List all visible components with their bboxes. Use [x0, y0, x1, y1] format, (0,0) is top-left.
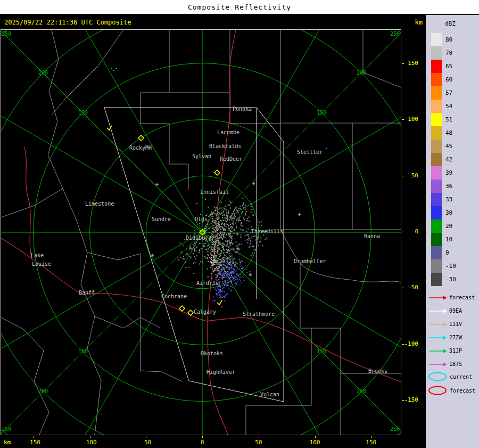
dbz-scale-row: 36	[426, 180, 479, 193]
radar-echo	[213, 260, 214, 262]
radar-echo	[196, 242, 197, 243]
radar-echo	[221, 224, 222, 225]
radar-echo	[228, 272, 229, 273]
radar-echo	[223, 211, 224, 213]
radar-echo	[225, 241, 226, 242]
radar-echo	[237, 234, 238, 234]
radar-echo	[219, 224, 220, 225]
radar-echo	[213, 227, 214, 229]
radar-echo	[230, 262, 231, 263]
dbz-scale-row: 54	[426, 100, 479, 113]
radar-echo	[232, 257, 233, 258]
radar-echo	[241, 234, 242, 235]
legend-panel: dBZ 807065605754514845423936333020100-10…	[426, 15, 479, 448]
radar-echo	[217, 252, 218, 254]
radar-echo	[232, 218, 233, 219]
radar-echo	[221, 226, 222, 227]
radar-echo	[222, 217, 223, 218]
radar-echo	[235, 266, 236, 266]
radar-echo	[220, 229, 221, 230]
radar-echo	[228, 210, 229, 211]
radar-echo	[236, 227, 237, 228]
radar-echo	[225, 295, 226, 296]
radar-echo	[234, 270, 235, 271]
radar-echo	[222, 215, 223, 216]
radar-echo	[246, 269, 247, 270]
radar-echo	[217, 276, 218, 277]
radar-echo	[233, 278, 234, 279]
radar-echo	[242, 276, 243, 277]
radar-echo	[219, 274, 220, 275]
radar-echo	[224, 229, 225, 230]
dbz-value-label: 70	[445, 46, 452, 60]
radar-echo	[218, 238, 219, 239]
radar-echo	[208, 224, 209, 225]
dbz-color-scale: 807065605754514845423936333020100-10-30	[426, 33, 479, 286]
radar-echo	[224, 291, 225, 292]
range-label: 250	[390, 426, 400, 432]
radar-echo	[193, 263, 194, 264]
radar-echo	[214, 264, 216, 265]
radar-echo	[240, 229, 241, 230]
radar-echo	[234, 214, 235, 215]
radar-echo	[212, 300, 213, 302]
radar-echo	[241, 244, 242, 245]
radar-echo	[219, 281, 220, 282]
radar-echo	[219, 246, 219, 246]
dbz-swatch	[431, 140, 442, 153]
radar-echo	[233, 259, 234, 260]
dbz-value-label: 20	[445, 219, 452, 233]
radar-echo	[241, 260, 242, 262]
range-label: 150	[317, 110, 326, 116]
radar-echo	[234, 280, 235, 281]
radar-echo	[231, 242, 232, 242]
radar-echo	[205, 249, 207, 250]
radar-echo	[221, 235, 222, 236]
radar-echo	[209, 228, 210, 229]
radar-echo	[180, 252, 181, 253]
radar-echo	[189, 248, 189, 249]
radar-echo	[223, 220, 224, 221]
radar-echo	[238, 245, 239, 246]
radar-echo	[194, 245, 195, 246]
radar-echo	[230, 256, 231, 257]
radar-echo	[210, 248, 211, 248]
radar-echo	[244, 280, 245, 281]
radar-echo	[226, 214, 227, 215]
city-label: RockyMH	[129, 145, 152, 151]
radar-echo	[218, 292, 219, 294]
radar-echo	[233, 271, 234, 272]
bottom-axis-tick	[259, 436, 259, 438]
radar-echo	[221, 232, 222, 233]
radar-echo	[218, 234, 219, 235]
radar-echo	[227, 262, 228, 263]
radar-echo	[253, 248, 254, 248]
map-boundary	[246, 328, 311, 435]
radar-site-marker[interactable]	[214, 170, 220, 175]
radar-echo	[235, 208, 236, 209]
radar-echo	[238, 208, 240, 209]
radar-echo	[254, 236, 255, 237]
radar-echo	[194, 241, 195, 242]
radar-echo	[220, 226, 221, 227]
radar-map-canvas[interactable]: 150200250150200250150200250150200250Pono…	[1, 30, 401, 435]
radar-echo	[222, 242, 224, 243]
radar-echo	[230, 281, 232, 282]
radar-echo	[225, 265, 226, 266]
radar-echo	[236, 207, 237, 208]
radar-echo	[212, 251, 213, 252]
radar-echo	[219, 267, 220, 268]
radar-echo	[190, 246, 191, 247]
map-boundary	[52, 30, 123, 115]
radar-echo	[193, 273, 194, 274]
right-axis-tick	[402, 400, 404, 401]
radar-echo	[218, 229, 219, 230]
radar-echo	[228, 212, 229, 213]
radar-echo	[232, 231, 233, 232]
radar-echo	[220, 296, 221, 297]
radar-display[interactable]: 150200250150200250150200250150200250Pono…	[1, 29, 401, 435]
dbz-scale-row: -30	[426, 273, 479, 286]
radar-echo	[247, 240, 249, 241]
radar-echo	[217, 275, 217, 275]
map-boundary	[95, 316, 141, 328]
